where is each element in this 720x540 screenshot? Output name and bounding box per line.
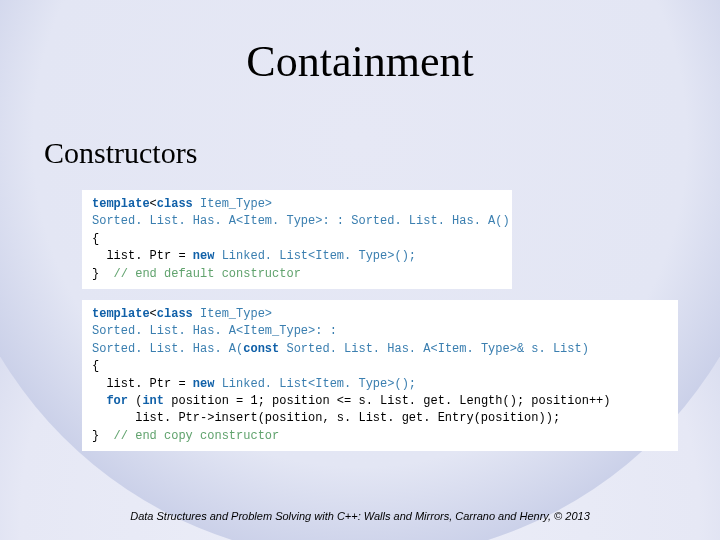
keyword-new: new <box>193 249 215 263</box>
keyword-int: int <box>142 394 164 408</box>
slide-title: Containment <box>0 36 720 87</box>
keyword-class: class <box>157 197 193 211</box>
keyword-template: template <box>92 307 150 321</box>
keyword-const: const <box>243 342 279 356</box>
slide-subtitle: Constructors <box>44 136 197 170</box>
code-block-default-constructor: template<class Item_Type> Sorted. List. … <box>82 190 512 289</box>
comment: // end copy constructor <box>114 429 280 443</box>
code-block-copy-constructor: template<class Item_Type> Sorted. List. … <box>82 300 678 451</box>
keyword-class: class <box>157 307 193 321</box>
slide-footer: Data Structures and Problem Solving with… <box>0 510 720 522</box>
comment: // end default constructor <box>114 267 301 281</box>
keyword-for: for <box>106 394 128 408</box>
keyword-new: new <box>193 377 215 391</box>
keyword-template: template <box>92 197 150 211</box>
